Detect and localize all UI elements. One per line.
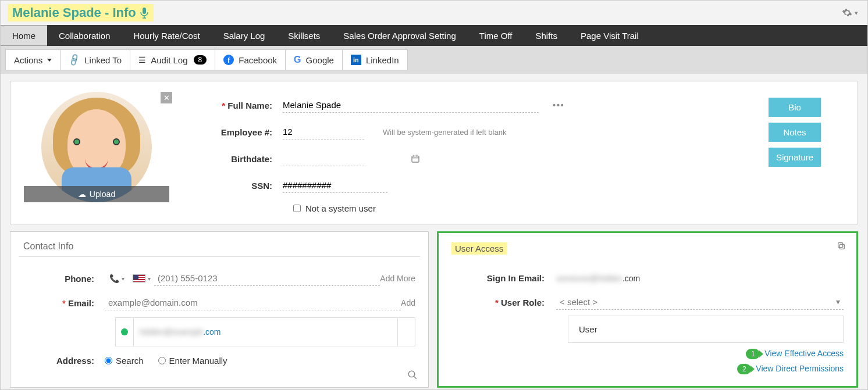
country-flag-icon[interactable] [133,274,145,282]
not-system-user-checkbox[interactable] [293,205,301,212]
avatar-wrap: ☁ Upload ✕ [41,92,152,202]
nav-tab-sales-order-approval-setting[interactable]: Sales Order Approval Setting [332,25,467,46]
audit-log-label: Audit Log [151,55,187,65]
cloud-upload-icon: ☁ [78,189,86,199]
svg-rect-7 [839,244,844,249]
email-entry-row[interactable]: hidden@example.com [115,317,415,346]
address-option-enter-manually[interactable]: Enter Manually [158,356,227,366]
google-icon: G [294,55,301,65]
email-add-button[interactable]: Add [401,298,415,307]
caret-down-icon[interactable]: ▾ [122,275,124,282]
view-direct-permissions-link[interactable]: View Direct Permissions [756,364,844,373]
lower-row: Contact Info Phone: 📞 ▾ ▾ Add More * Ema… [1,231,867,390]
actions-button[interactable]: Actions [5,49,60,70]
upload-label: Upload [90,189,115,199]
employee-num-hint: Will be system-generated if left blank [383,128,506,137]
calendar-icon[interactable] [411,154,420,163]
signin-email-value: someone@hidden.com [556,274,844,283]
email-label: * Email: [23,298,105,308]
user-role-value: User [579,324,597,334]
address-radio[interactable] [158,357,166,364]
signin-email-label: Sign In Email: [451,273,556,283]
address-option-search[interactable]: Search [105,356,144,366]
audit-log-badge: 8 [194,55,207,65]
svg-rect-0 [143,8,146,14]
caret-down-icon[interactable]: ▾ [836,297,840,306]
nav-tab-page-visit-trail[interactable]: Page Visit Trail [569,25,650,46]
signature-button[interactable]: Signature [769,148,821,167]
linked-to-button[interactable]: 🔗 Linked To [60,49,130,70]
address-option-label: Search [116,356,144,366]
ssn-label: SSN: [190,181,283,191]
link-icon: 🔗 [67,52,81,67]
remove-photo-button[interactable]: ✕ [161,92,172,103]
user-access-panel: User Access Sign In Email: someone@hidde… [437,231,858,388]
user-access-title: User Access [451,242,507,255]
field-column: * Full Name: ••• Employee #: Will be sys… [172,92,742,213]
user-role-select[interactable] [556,295,844,310]
not-system-user-label: Not a system user [305,203,376,213]
facebook-button[interactable]: f Facebook [215,49,285,70]
actions-label: Actions [14,55,42,65]
birthdate-input[interactable] [283,151,364,166]
list-icon: ☰ [138,55,146,65]
linkedin-button[interactable]: in LinkedIn [342,49,408,70]
caret-down-icon[interactable]: ▾ [148,275,151,282]
google-label: Google [306,55,334,65]
address-radio[interactable] [105,357,112,364]
bio-button[interactable]: Bio [769,98,821,117]
nav-tab-skillsets[interactable]: Skillsets [276,25,332,46]
facebook-label: Facebook [239,55,277,65]
notes-button[interactable]: Notes [769,123,821,142]
svg-rect-1 [412,156,419,162]
caret-down-icon [47,59,52,62]
nav-tab-salary-log[interactable]: Salary Log [212,25,277,46]
svg-point-5 [408,371,415,377]
svg-rect-8 [838,243,843,248]
status-dot-icon [121,328,128,335]
title-bar: Melanie Spade - Info ▾ [1,1,867,25]
nav-tab-shifts[interactable]: Shifts [524,25,570,46]
page-title-wrap: Melanie Spade - Info [8,4,154,22]
search-icon[interactable] [407,370,418,380]
user-role-value-box[interactable]: User [568,316,844,343]
phone-label: Phone: [23,274,105,284]
phone-add-more-button[interactable]: Add More [380,274,415,283]
contact-info-title: Contact Info [23,241,415,252]
nav-tab-time-off[interactable]: Time Off [468,25,524,46]
linked-to-label: Linked To [84,55,122,65]
page-title: Melanie Spade - Info [12,5,136,20]
phone-type-icon[interactable]: 📞 [109,274,119,283]
nav-tab-collaboration[interactable]: Collaboration [47,25,122,46]
close-icon: ✕ [163,94,170,102]
marker-2: 2 [737,364,751,374]
view-effective-access-link[interactable]: View Effective Access [764,349,844,358]
employee-num-label: Employee #: [190,127,283,137]
copy-icon[interactable] [837,241,846,251]
upload-button[interactable]: ☁ Upload [24,186,169,202]
photo-column: ☁ Upload ✕ [21,92,172,213]
profile-card: ☁ Upload ✕ * Full Name: ••• Employee #: … [10,81,858,224]
birthdate-label: Birthdate: [190,154,283,164]
full-name-label: * Full Name: [190,101,283,110]
google-button[interactable]: G Google [285,49,342,70]
full-name-more-button[interactable]: ••• [553,101,565,110]
address-label: Address: [23,356,105,366]
employee-num-input[interactable] [283,124,364,139]
settings-gear-icon[interactable]: ▾ [839,5,860,20]
email-input[interactable] [105,295,401,310]
email-value: hidden@example.com [134,319,397,345]
nav-tab-hourly-rate-cost[interactable]: Hourly Rate/Cost [122,25,211,46]
contact-info-panel: Contact Info Phone: 📞 ▾ ▾ Add More * Ema… [10,231,429,388]
marker-1: 1 [746,349,760,359]
phone-input[interactable] [154,271,380,286]
full-name-input[interactable] [283,98,539,113]
facebook-icon: f [223,55,234,65]
toolbar: Actions 🔗 Linked To ☰ Audit Log 8 f Face… [1,46,867,74]
ssn-input[interactable] [283,178,387,193]
email-cell-spacer [397,318,415,346]
nav-tab-home[interactable]: Home [1,25,47,46]
user-role-label: * User Role: [451,298,556,307]
microphone-icon[interactable] [140,7,149,19]
audit-log-button[interactable]: ☰ Audit Log 8 [130,49,215,70]
